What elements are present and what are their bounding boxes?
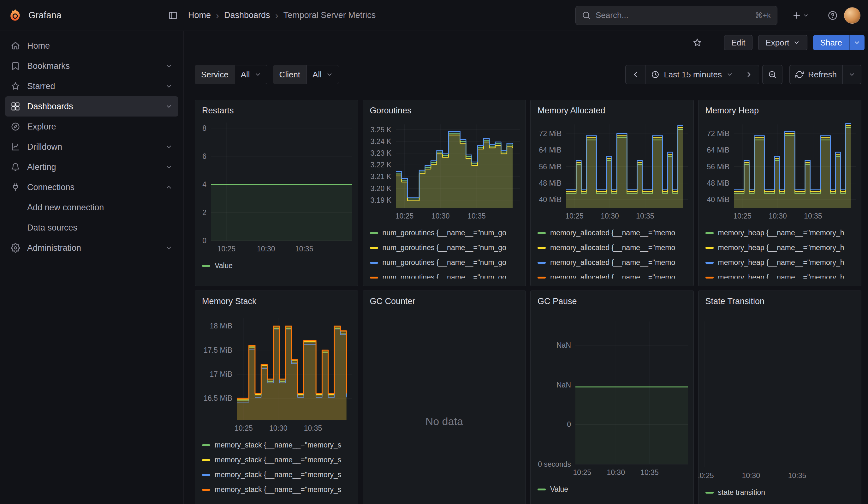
chevron-down-icon[interactable] (165, 143, 173, 151)
legend-item[interactable]: memory_heap {__name__="memory_h (705, 270, 855, 278)
panel-title[interactable]: Goroutines (363, 100, 526, 116)
time-series-chart[interactable]: 16.5 MiB17 MiB17.5 MiB18 MiB10:2510:3010… (195, 306, 358, 434)
time-series-chart[interactable]: 40 MiB48 MiB56 MiB64 MiB72 MiB10:2510:30… (699, 116, 861, 222)
legend-item[interactable]: memory_heap {__name__="memory_h (705, 255, 855, 270)
edit-button[interactable]: Edit (724, 35, 753, 50)
panel-left-icon (168, 11, 178, 20)
refresh-button[interactable]: Refresh (789, 65, 843, 84)
variable-client-value[interactable]: All (307, 65, 339, 84)
sidebar-item-dashboards[interactable]: Dashboards (5, 96, 178, 116)
sidebar-item-drilldown[interactable]: Drilldown (5, 137, 178, 157)
panel-title[interactable]: Restarts (195, 100, 358, 116)
legend-series-marker (370, 277, 378, 278)
favorite-button[interactable] (689, 34, 706, 51)
panel-title[interactable]: State Transition (699, 291, 861, 306)
svg-text:10:30: 10:30 (269, 424, 288, 432)
legend-item[interactable]: memory_heap {__name__="memory_h (705, 240, 855, 255)
time-shift-back-button[interactable] (625, 65, 645, 84)
sidebar-item-starred[interactable]: Starred (5, 76, 178, 96)
panel-title[interactable]: GC Pause (530, 291, 693, 306)
share-button[interactable]: Share (813, 35, 849, 50)
svg-text:10:25: 10:25 (395, 212, 413, 220)
search-icon (582, 11, 591, 20)
legend-item[interactable]: memory_heap {__name__="memory_h (705, 225, 855, 240)
legend-item[interactable]: num_goroutines {__name__="num_go (370, 240, 519, 255)
legend-item[interactable]: shard_item_created (705, 500, 855, 504)
legend-item[interactable]: memory_allocated {__name__="memo (538, 270, 686, 278)
sidebar-item-home[interactable]: Home (5, 36, 178, 56)
sidebar-item-explore[interactable]: Explore (5, 116, 178, 137)
legend-series-marker (202, 489, 210, 491)
svg-text:17.5 MiB: 17.5 MiB (204, 346, 232, 354)
panel-title[interactable]: Memory Heap (699, 100, 861, 116)
chevron-down-icon[interactable] (165, 82, 173, 90)
chevron-down-icon (326, 71, 333, 78)
legend-item[interactable]: memory_allocated {__name__="memo (538, 255, 686, 270)
time-shift-forward-button[interactable] (739, 65, 759, 84)
legend-item[interactable]: memory_stack {__name__="memory_s (202, 453, 351, 467)
search-box[interactable]: ⌘+k (576, 6, 777, 25)
chevron-down-icon[interactable] (165, 244, 173, 252)
user-avatar[interactable] (844, 7, 860, 24)
svg-text:3.23 K: 3.23 K (370, 149, 391, 157)
grafana-logo[interactable] (8, 8, 23, 23)
panel-grid: Restarts 0246810:2510:3010:35 Value Goro… (195, 100, 861, 504)
legend-series-marker (538, 232, 546, 234)
svg-text:10:30: 10:30 (432, 212, 450, 220)
export-button[interactable]: Export (758, 35, 807, 50)
svg-text:10:30: 10:30 (601, 212, 619, 220)
legend-item[interactable]: memory_stack {__name__="memory_s (202, 438, 351, 453)
legend-item[interactable]: num_goroutines {__name__="num_go (370, 270, 519, 278)
chevron-down-icon[interactable] (165, 103, 173, 110)
chevron-left-icon (631, 70, 640, 79)
legend-item[interactable]: memory_stack {__name__="memory_s (202, 467, 351, 482)
search-input[interactable] (596, 10, 750, 20)
breadcrumb-home[interactable]: Home (188, 10, 211, 20)
time-series-chart[interactable]: 40 MiB48 MiB56 MiB64 MiB72 MiB10:2510:30… (530, 116, 693, 222)
chevron-up-icon[interactable] (165, 184, 173, 191)
time-series-chart[interactable]: 3.19 K3.20 K3.21 K3.22 K3.23 K3.24 K3.25… (363, 116, 526, 222)
chevron-down-icon (848, 71, 855, 78)
sidebar-item-alerting[interactable]: Alerting (5, 157, 178, 177)
breadcrumb-dashboards[interactable]: Dashboards (224, 10, 270, 20)
sidebar-toggle-button[interactable] (164, 7, 182, 24)
time-controls: Last 15 minutes Refresh (625, 65, 861, 84)
panel-memory-stack: Memory Stack 16.5 MiB17 MiB17.5 MiB18 Mi… (195, 290, 358, 504)
chart-legend: memory_allocated {__name__="memomemory_a… (530, 225, 693, 278)
legend-item[interactable]: num_goroutines {__name__="num_go (370, 255, 519, 270)
time-series-chart[interactable]: 10:2510:3010:35 (699, 306, 861, 482)
legend-item[interactable]: num_goroutines {__name__="num_go (370, 225, 519, 240)
sidebar-item-administration[interactable]: Administration (5, 238, 178, 258)
compass-icon (11, 122, 20, 131)
sidebar-item-connections[interactable]: Connections (5, 177, 178, 197)
legend-item[interactable]: state transition (705, 485, 855, 500)
panel-title[interactable]: Memory Allocated (530, 100, 693, 116)
legend-item[interactable]: memory_stack {__name__="memory_s (202, 482, 351, 497)
svg-text:3.20 K: 3.20 K (370, 184, 391, 193)
legend-item[interactable]: Value (538, 482, 686, 497)
share-menu-button[interactable] (849, 35, 865, 50)
sidebar-item-bookmarks[interactable]: Bookmarks (5, 56, 178, 76)
time-series-chart[interactable]: 0246810:2510:3010:35 (195, 116, 358, 255)
panel-title[interactable]: GC Counter (363, 291, 526, 306)
legend-item[interactable]: Value (202, 258, 351, 273)
sidebar-item-data-sources[interactable]: Data sources (5, 218, 178, 238)
chevron-down-icon[interactable] (165, 62, 173, 70)
chevron-down-icon[interactable] (165, 163, 173, 171)
new-menu-button[interactable] (789, 7, 812, 24)
variable-service-selected: All (241, 70, 250, 80)
legend-item[interactable]: memory_allocated {__name__="memo (538, 240, 686, 255)
svg-text:10:35: 10:35 (640, 468, 659, 476)
time-series-chart[interactable]: 0 seconds0NaNNaN10:2510:3010:35 (530, 306, 693, 479)
refresh-interval-button[interactable] (843, 65, 861, 84)
zoom-out-button[interactable] (762, 65, 783, 84)
sidebar-item-add-new-connection[interactable]: Add new connection (5, 197, 178, 218)
svg-text:10:25: 10:25 (733, 212, 752, 220)
variable-service-value[interactable]: All (235, 65, 267, 84)
panel-title[interactable]: Memory Stack (195, 291, 358, 306)
time-range-picker[interactable]: Last 15 minutes (645, 65, 739, 84)
panel-gc-pause: GC Pause 0 seconds0NaNNaN10:2510:3010:35… (530, 290, 694, 504)
legend-item[interactable]: memory_allocated {__name__="memo (538, 225, 686, 240)
help-button[interactable] (824, 7, 841, 24)
search-shortcut: ⌘+k (755, 11, 771, 20)
